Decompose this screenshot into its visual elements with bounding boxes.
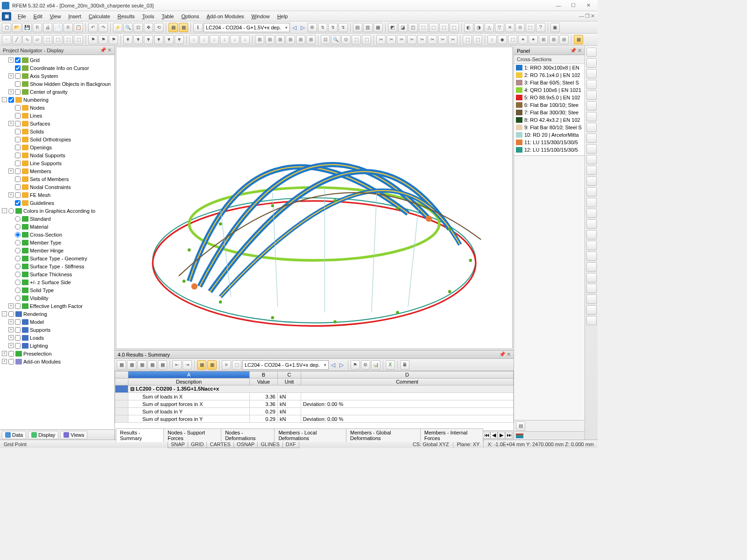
tree-rendering[interactable]: -Rendering bbox=[0, 310, 114, 318]
col-c[interactable]: C bbox=[278, 371, 301, 378]
rstrip-btn-3[interactable] bbox=[586, 80, 597, 89]
view1-button[interactable]: ▦ bbox=[169, 23, 178, 32]
rstrip-btn-24[interactable] bbox=[586, 305, 597, 315]
tree-check[interactable] bbox=[15, 192, 21, 198]
t2-40[interactable]: ✂ bbox=[428, 35, 437, 44]
rstrip-btn-20[interactable] bbox=[586, 262, 597, 272]
rstrip-btn-21[interactable] bbox=[586, 273, 597, 282]
tree-openings[interactable]: Openings bbox=[0, 143, 114, 151]
tree-center-of-gravity[interactable]: +Center of gravity bbox=[0, 88, 114, 96]
cs-item[interactable]: 1: RRO 300x100x8 | EN bbox=[514, 64, 585, 71]
tree-grid[interactable]: +Grid bbox=[0, 56, 114, 64]
tree-check[interactable] bbox=[15, 216, 21, 222]
results-prev-button[interactable]: ◁ bbox=[330, 361, 337, 369]
tab-views[interactable]: Views bbox=[60, 431, 87, 439]
t2-2[interactable]: ╱ bbox=[12, 35, 21, 44]
tree-numbering[interactable]: -Numbering bbox=[0, 96, 114, 104]
tree-check[interactable] bbox=[15, 232, 21, 238]
t2-28[interactable]: ⊞ bbox=[296, 35, 305, 44]
t2-9[interactable]: ⚑ bbox=[88, 35, 98, 44]
tree-check[interactable] bbox=[8, 351, 14, 357]
tree-check[interactable] bbox=[15, 153, 21, 158]
t2-6[interactable]: ⬚ bbox=[53, 35, 63, 44]
rt-14[interactable]: 📊 bbox=[371, 360, 381, 370]
tree-lines[interactable]: Lines bbox=[0, 112, 114, 119]
t2-30[interactable]: ⊡ bbox=[321, 35, 330, 44]
rt-13[interactable]: ⚙ bbox=[361, 360, 370, 370]
rstrip-btn-1[interactable] bbox=[586, 58, 597, 68]
tree-check[interactable] bbox=[15, 121, 21, 126]
tb-r[interactable]: ▽ bbox=[495, 23, 504, 32]
rstrip-btn-5[interactable] bbox=[586, 101, 597, 111]
tree-material[interactable]: Material bbox=[0, 223, 114, 231]
t2-47[interactable]: ⬚ bbox=[508, 35, 517, 44]
rtab-prev[interactable]: ◀ bbox=[490, 432, 498, 439]
calc-button[interactable]: ⚡ bbox=[113, 23, 122, 32]
t2-35[interactable]: ✂ bbox=[376, 35, 386, 44]
menu-edit[interactable]: Edit bbox=[30, 12, 46, 21]
rt-8[interactable]: ▦ bbox=[197, 360, 206, 370]
tree-check[interactable] bbox=[15, 65, 21, 71]
tree-check[interactable] bbox=[15, 200, 21, 206]
tab-data[interactable]: Data bbox=[2, 431, 26, 439]
menu-add-on-modules[interactable]: Add-on Modules bbox=[203, 12, 247, 21]
rt-10[interactable]: ≡ bbox=[222, 360, 231, 370]
tree-check[interactable] bbox=[15, 161, 21, 166]
new-button[interactable]: ▢ bbox=[2, 23, 11, 32]
undo-button[interactable]: ↶ bbox=[88, 23, 98, 32]
pin-icon[interactable]: 📌 bbox=[100, 47, 106, 53]
result-row[interactable]: Sum of support forces in Y0.29kNDeviatio… bbox=[115, 415, 514, 423]
tree-fe-mesh[interactable]: +FE Mesh bbox=[0, 191, 114, 199]
rstrip-btn-0[interactable] bbox=[586, 48, 597, 57]
tree-solid-orthotropies[interactable]: Solid Orthotropies bbox=[0, 135, 114, 143]
rstrip-btn-13[interactable] bbox=[586, 187, 597, 196]
menu-file[interactable]: File bbox=[14, 12, 30, 21]
tree-model[interactable]: +Model bbox=[0, 318, 114, 326]
tree-nodal-constraints[interactable]: Nodal Constraints bbox=[0, 183, 114, 191]
tree-guidelines[interactable]: Guidelines bbox=[0, 199, 114, 207]
tree-check[interactable] bbox=[8, 359, 14, 364]
rstrip-btn-11[interactable] bbox=[586, 166, 597, 175]
mdi-minimize-icon[interactable]: — bbox=[579, 13, 584, 19]
t2-29[interactable]: ⊞ bbox=[306, 35, 316, 44]
tb-m[interactable]: ⬚ bbox=[439, 23, 449, 32]
tree-line-supports[interactable]: Line Supports bbox=[0, 159, 114, 167]
result-row[interactable]: Sum of loads in Y0.29kN bbox=[115, 408, 514, 415]
rstrip-btn-16[interactable] bbox=[586, 219, 597, 229]
cs-item[interactable]: 12: LU 115/100/15/30/5 bbox=[514, 146, 585, 154]
rt-2[interactable]: ▦ bbox=[127, 360, 136, 370]
tree-check[interactable] bbox=[15, 295, 21, 301]
tb-q[interactable]: △ bbox=[485, 23, 494, 32]
tree-show-hidden-objects-in-backgroun[interactable]: Show Hidden Objects in Backgroun bbox=[0, 80, 114, 88]
tb-u[interactable]: ⬚ bbox=[526, 23, 535, 32]
tb-v[interactable]: ▣ bbox=[550, 23, 560, 32]
menu-window[interactable]: Window bbox=[248, 12, 274, 21]
tree-member-type[interactable]: Member Type bbox=[0, 238, 114, 246]
rotate-button[interactable]: ⟲ bbox=[154, 23, 163, 32]
cs-item[interactable]: 10: RD 20 | ArcelorMitta bbox=[514, 131, 585, 139]
menu-tools[interactable]: Tools bbox=[138, 12, 158, 21]
result-row[interactable]: Sum of loads in X3.36kN bbox=[115, 393, 514, 400]
t2-43[interactable]: ⬚ bbox=[463, 35, 472, 44]
menu-insert[interactable]: Insert bbox=[64, 12, 85, 21]
menu-options[interactable]: Options bbox=[177, 12, 203, 21]
tb-c[interactable]: ↯ bbox=[328, 23, 338, 32]
tb-j[interactable]: ◫ bbox=[409, 23, 418, 32]
tree-surface-type-geometry[interactable]: Surface Type - Geometry bbox=[0, 254, 114, 262]
results-tab-3[interactable]: Members - Local Deformations bbox=[274, 428, 346, 442]
t2-23[interactable]: ↓ bbox=[240, 35, 250, 44]
tb-n[interactable]: ⬚ bbox=[450, 23, 459, 32]
lc-next-button[interactable]: ▷ bbox=[299, 24, 307, 31]
t2-7[interactable]: ⬚ bbox=[63, 35, 73, 44]
tree-nodal-supports[interactable]: Nodal Supports bbox=[0, 151, 114, 159]
mdi-restore-icon[interactable]: ❐ bbox=[585, 13, 590, 19]
tree-check[interactable] bbox=[15, 129, 21, 134]
cs-item[interactable]: 11: LU 115/300/15/30/5 bbox=[514, 139, 585, 146]
t2-33[interactable]: ⬚ bbox=[352, 35, 361, 44]
results-loadcase-combo[interactable]: LC204 - CO204 - G+1.5V+x dep. bbox=[242, 360, 329, 370]
cs-item[interactable]: 4: QRO 100x6 | EN 1021 bbox=[514, 86, 585, 94]
tree-check[interactable] bbox=[15, 145, 21, 150]
t2-39[interactable]: ✂ bbox=[417, 35, 427, 44]
cs-item[interactable]: 2: RO 76.1x4.0 | EN 102 bbox=[514, 71, 585, 79]
t2-13[interactable]: ▼ bbox=[134, 35, 143, 44]
